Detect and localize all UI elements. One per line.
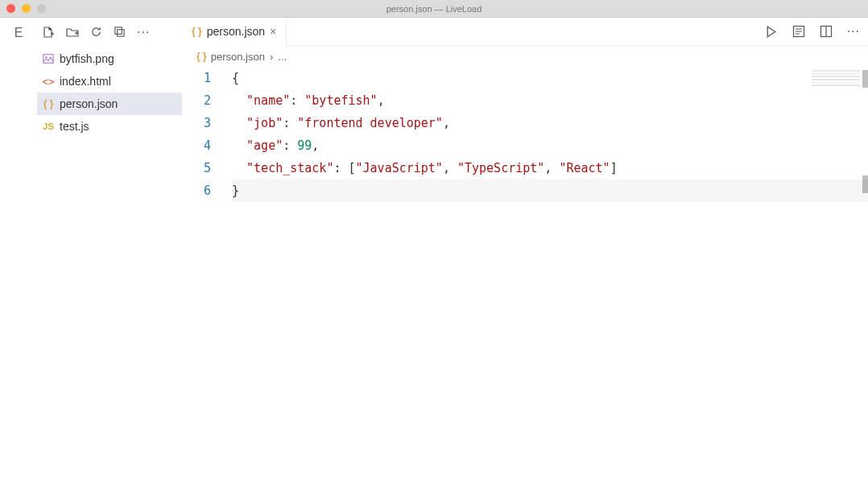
file-label: person.json: [60, 97, 118, 110]
file-index-html[interactable]: <> index.html: [37, 70, 182, 93]
svg-rect-1: [118, 30, 124, 36]
file-person-json[interactable]: { } person.json: [37, 93, 182, 115]
collapse-all-icon[interactable]: [114, 26, 126, 38]
tab-person-json[interactable]: { } person.json ×: [182, 18, 287, 46]
code-editor[interactable]: 1 2 3 4 5 6 { "name": "bytefish", "job":…: [182, 67, 868, 482]
file-bytfish-png[interactable]: bytfish.png: [37, 47, 182, 70]
file-label: index.html: [60, 75, 111, 88]
js-file-icon: JS: [42, 122, 55, 131]
activity-bar: E: [0, 18, 37, 482]
line-number: 1: [182, 67, 211, 89]
scrollbar[interactable]: [862, 70, 868, 88]
tabs-row: { } person.json × ···: [182, 18, 868, 46]
image-file-icon: [42, 53, 55, 64]
window-title: person.json — LiveLoad: [386, 4, 482, 14]
close-tab-icon[interactable]: ×: [270, 25, 276, 38]
scrollbar[interactable]: [862, 175, 868, 193]
html-file-icon: <>: [42, 76, 55, 88]
line-gutter: 1 2 3 4 5 6: [182, 67, 232, 482]
breadcrumbs: { } person.json › ...: [182, 46, 868, 67]
titlebar: person.json — LiveLoad: [0, 0, 868, 18]
maximize-window-button[interactable]: [37, 4, 46, 13]
file-explorer: bytfish.png <> index.html { } person.jso…: [37, 46, 182, 138]
editor-actions: ···: [764, 24, 860, 39]
json-file-icon: { }: [192, 26, 202, 37]
line-number: 3: [182, 112, 211, 134]
sidebar: ··· bytfish.png <> index.html { } person…: [37, 18, 182, 482]
window-controls: [6, 4, 46, 13]
close-window-button[interactable]: [6, 4, 15, 13]
run-icon[interactable]: [764, 25, 778, 39]
more-actions-icon[interactable]: ···: [847, 24, 860, 39]
code-content[interactable]: { "name": "bytefish", "job": "frontend d…: [232, 67, 868, 482]
line-number: 4: [182, 134, 211, 157]
editor: { } person.json × ··· { } p: [182, 18, 868, 482]
file-label: test.js: [60, 120, 89, 133]
tab-label: person.json: [207, 25, 265, 38]
new-folder-icon[interactable]: [66, 26, 79, 39]
minimize-window-button[interactable]: [22, 4, 31, 13]
file-label: bytfish.png: [60, 52, 114, 65]
chevron-right-icon: ›: [270, 51, 273, 63]
sidebar-toolbar: ···: [37, 18, 182, 46]
breadcrumb-file[interactable]: { } person.json: [196, 51, 265, 63]
new-file-icon[interactable]: [42, 26, 55, 39]
minimap[interactable]: [812, 70, 860, 86]
svg-point-3: [45, 56, 47, 58]
line-number: 6: [182, 179, 211, 202]
more-icon[interactable]: ···: [137, 25, 150, 39]
split-editor-icon[interactable]: [820, 25, 833, 38]
breadcrumb-more[interactable]: ...: [278, 51, 287, 63]
preview-icon[interactable]: [792, 25, 805, 38]
json-file-icon: { }: [42, 98, 55, 109]
line-number: 5: [182, 157, 211, 179]
svg-rect-0: [115, 27, 122, 34]
explorer-activity-icon[interactable]: E: [14, 26, 23, 40]
refresh-icon[interactable]: [90, 26, 102, 38]
breadcrumb-label: person.json: [211, 51, 265, 63]
line-number: 2: [182, 89, 211, 112]
json-file-icon: { }: [196, 51, 207, 62]
file-test-js[interactable]: JS test.js: [37, 115, 182, 138]
